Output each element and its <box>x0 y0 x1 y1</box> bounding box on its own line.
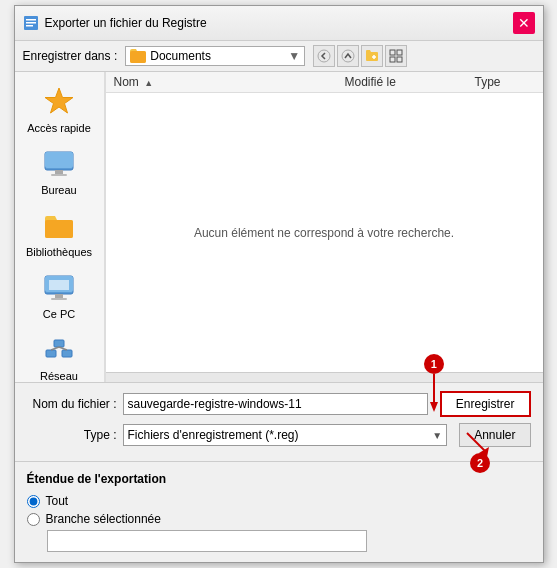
svg-rect-1 <box>26 19 36 21</box>
type-dropdown-arrow: ▼ <box>432 430 442 441</box>
libraries-icon <box>41 208 77 244</box>
title-bar-left: Exporter un fichier du Registre <box>23 15 207 31</box>
sidebar-item-bibliotheques[interactable]: Bibliothèques <box>19 204 99 262</box>
sidebar-item-label-reseau: Réseau <box>40 370 78 382</box>
filename-input-wrap: 1 Enregistrer <box>123 391 531 417</box>
type-input-wrap: Fichiers d'enregistrement (*.reg) ▼ 2 An… <box>123 423 531 447</box>
new-folder-icon <box>365 49 379 63</box>
export-title: Étendue de l'exportation <box>27 472 531 486</box>
export-section: Étendue de l'exportation Tout Branche sé… <box>15 461 543 562</box>
svg-rect-2 <box>26 22 36 24</box>
desktop-icon <box>41 146 77 182</box>
radio-branch-label[interactable]: Branche sélectionnée <box>46 512 161 526</box>
star-icon <box>41 84 77 120</box>
nav-back-button[interactable] <box>313 45 335 67</box>
callout-2: 2 <box>470 453 490 473</box>
svg-rect-14 <box>45 152 73 168</box>
sidebar-item-label-bureau: Bureau <box>41 184 76 196</box>
svg-rect-24 <box>54 340 64 347</box>
file-header: Nom ▲ Modifié le Type <box>106 72 543 93</box>
callout-1-arrow <box>426 374 442 414</box>
sidebar-item-label-ce-pc: Ce PC <box>43 308 75 320</box>
radio-branch[interactable] <box>27 513 40 526</box>
horizontal-scrollbar[interactable] <box>106 372 543 382</box>
branch-input[interactable] <box>47 530 367 552</box>
svg-rect-3 <box>26 25 33 27</box>
file-body-empty: Aucun élément ne correspond à votre rech… <box>106 93 543 372</box>
callout-1-container: 1 <box>424 354 444 414</box>
svg-rect-9 <box>397 50 402 55</box>
type-row: Type : Fichiers d'enregistrement (*.reg)… <box>27 423 531 447</box>
sidebar: Accès rapide Bureau <box>15 72 105 382</box>
filename-input[interactable] <box>123 393 428 415</box>
back-icon <box>317 49 331 63</box>
svg-rect-16 <box>51 174 67 176</box>
toolbar: Enregistrer dans : Documents ▼ <box>15 41 543 72</box>
sidebar-item-reseau[interactable]: Réseau <box>19 328 99 386</box>
filename-label: Nom du fichier : <box>27 397 117 411</box>
view-toggle-button[interactable] <box>385 45 407 67</box>
type-combobox[interactable]: Fichiers d'enregistrement (*.reg) ▼ <box>123 424 448 446</box>
svg-rect-11 <box>397 57 402 62</box>
type-value: Fichiers d'enregistrement (*.reg) <box>128 428 299 442</box>
radio-all[interactable] <box>27 495 40 508</box>
svg-marker-28 <box>430 402 438 412</box>
callout-2-container: 2 <box>465 431 495 473</box>
folder-small-icon <box>130 49 146 63</box>
svg-rect-8 <box>390 50 395 55</box>
col-name-label: Nom <box>114 75 139 89</box>
col-type-header[interactable]: Type <box>475 75 535 89</box>
close-button[interactable]: ✕ <box>513 12 535 34</box>
registry-icon <box>23 15 39 31</box>
new-folder-button[interactable] <box>361 45 383 67</box>
sidebar-item-bureau[interactable]: Bureau <box>19 142 99 200</box>
svg-marker-12 <box>45 88 73 113</box>
svg-rect-23 <box>62 350 72 357</box>
main-area: Accès rapide Bureau <box>15 72 543 382</box>
sidebar-item-label-acces-rapide: Accès rapide <box>27 122 91 134</box>
svg-rect-22 <box>46 350 56 357</box>
col-modified-header[interactable]: Modifié le <box>345 75 475 89</box>
callout-1: 1 <box>424 354 444 374</box>
nav-up-button[interactable] <box>337 45 359 67</box>
sort-arrow: ▲ <box>144 78 153 88</box>
type-label: Type : <box>27 428 117 442</box>
svg-rect-10 <box>390 57 395 62</box>
radio-all-row: Tout <box>27 494 531 508</box>
location-combobox[interactable]: Documents ▼ <box>125 46 305 66</box>
sidebar-item-acces-rapide[interactable]: Accès rapide <box>19 80 99 138</box>
network-icon <box>41 332 77 368</box>
col-name-header[interactable]: Nom ▲ <box>114 75 345 89</box>
bottom-form: Nom du fichier : 1 Enregistrer <box>15 382 543 461</box>
sidebar-item-label-bibliotheques: Bibliothèques <box>26 246 92 258</box>
title-text: Exporter un fichier du Registre <box>45 16 207 30</box>
file-pane: Nom ▲ Modifié le Type Aucun élément ne c… <box>105 72 543 382</box>
svg-point-4 <box>318 50 330 62</box>
radio-all-label[interactable]: Tout <box>46 494 69 508</box>
dialog: Exporter un fichier du Registre ✕ Enregi… <box>14 5 544 563</box>
empty-message: Aucun élément ne correspond à votre rech… <box>194 226 454 240</box>
computer-icon <box>41 270 77 306</box>
svg-rect-15 <box>55 170 63 174</box>
save-in-label: Enregistrer dans : <box>23 49 118 63</box>
radio-branch-row: Branche sélectionnée <box>27 512 531 526</box>
up-arrow-icon <box>341 49 355 63</box>
save-button[interactable]: Enregistrer <box>440 391 531 417</box>
location-dropdown-arrow: ▼ <box>288 49 300 63</box>
filename-row: Nom du fichier : 1 Enregistrer <box>27 391 531 417</box>
title-bar: Exporter un fichier du Registre ✕ <box>15 6 543 41</box>
svg-rect-21 <box>51 298 67 300</box>
sidebar-item-ce-pc[interactable]: Ce PC <box>19 266 99 324</box>
svg-rect-20 <box>55 294 63 298</box>
svg-line-29 <box>467 433 485 451</box>
toolbar-icons <box>313 45 407 67</box>
grid-view-icon <box>389 49 403 63</box>
svg-point-5 <box>342 50 354 62</box>
svg-rect-19 <box>49 280 69 290</box>
location-text: Documents <box>150 49 211 63</box>
